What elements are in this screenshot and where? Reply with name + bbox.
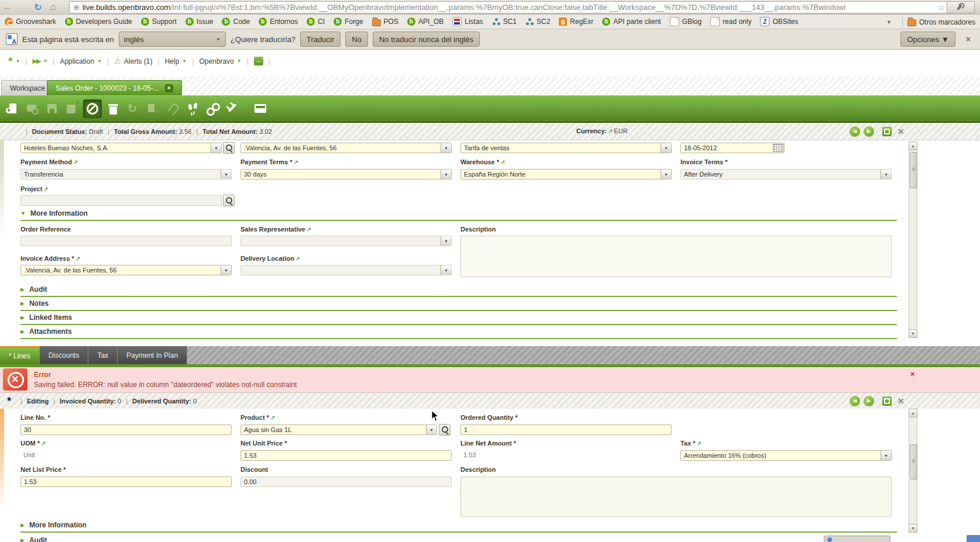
- never-translate-button[interactable]: No traducir nunca del inglés: [373, 32, 480, 47]
- scroll-up-button[interactable]: ▲: [909, 141, 917, 150]
- dropdown-button[interactable]: ▼: [221, 170, 231, 179]
- child-tab[interactable]: * Lines: [0, 346, 40, 364]
- options-button[interactable]: Opciones ▼: [900, 32, 955, 47]
- order-reference-field[interactable]: [20, 236, 232, 246]
- bookmark-item[interactable]: Support: [141, 18, 177, 26]
- application-menu[interactable]: Application▼: [60, 57, 102, 65]
- product-field[interactable]: Agua sin Gas 1L ▼: [240, 424, 437, 435]
- dropdown-button[interactable]: ▼: [441, 170, 451, 179]
- bookmark-item[interactable]: SC1: [492, 18, 517, 26]
- scrollbar-thumb[interactable]: [910, 444, 917, 479]
- bookmark-item[interactable]: Grooveshark: [5, 18, 56, 26]
- section-audit[interactable]: ▶ Audit: [20, 285, 897, 297]
- user-menu[interactable]: Openbravo▼: [199, 57, 241, 65]
- bookmark-item[interactable]: POS: [372, 18, 398, 26]
- business-partner-field[interactable]: Hoteles Buenas Noches, S.A. ▼: [20, 143, 222, 153]
- section-notes[interactable]: ▶ Notes: [20, 299, 897, 311]
- bookmark-item[interactable]: RegExr: [559, 18, 593, 26]
- attachment-icon[interactable]: [164, 100, 181, 118]
- help-menu[interactable]: Help▼: [165, 57, 187, 65]
- child-tab[interactable]: Payment In Plan: [118, 346, 187, 364]
- refresh-icon[interactable]: [124, 100, 142, 118]
- save-icon[interactable]: [43, 100, 61, 118]
- link-arrow-icon[interactable]: ↗: [43, 186, 48, 192]
- process-icon[interactable]: [223, 100, 241, 118]
- browser-forward-icon[interactable]: →: [15, 2, 30, 12]
- audit-trail-icon[interactable]: [184, 100, 201, 118]
- line-description-textarea[interactable]: [460, 477, 892, 517]
- next-record-button[interactable]: ▶: [864, 396, 874, 406]
- scroll-up-button[interactable]: ▲: [909, 409, 917, 417]
- description-textarea[interactable]: [460, 236, 892, 277]
- tax-field[interactable]: Arrendamiento 16% (cobros) ▼: [680, 450, 892, 461]
- section-line-audit[interactable]: ▶ Audit: [20, 536, 897, 542]
- line-no-field[interactable]: 30: [20, 424, 232, 435]
- partner-address-field[interactable]: .Valencia, Av. de las Fuentes, 56 ▼: [240, 143, 452, 153]
- my-openbravo-menu[interactable]: *▼: [8, 58, 20, 64]
- grid-view-icon[interactable]: [252, 100, 269, 118]
- url-bar[interactable]: ⊕ live.builds.openbravo.com/int-full-pgs…: [69, 1, 948, 13]
- tab-close-icon[interactable]: ×: [165, 84, 173, 92]
- quick-launch-menu[interactable]: ▶▶▼: [32, 57, 47, 65]
- product-search-icon[interactable]: [439, 424, 451, 436]
- link-arrow-icon[interactable]: ↗: [696, 440, 701, 447]
- browser-reload-icon[interactable]: ↻: [30, 2, 46, 13]
- child-tab[interactable]: Discounts: [40, 346, 89, 364]
- dropdown-button[interactable]: ▼: [441, 143, 451, 153]
- language-select[interactable]: inglés ▼: [119, 32, 226, 47]
- next-record-button[interactable]: ▶: [864, 126, 874, 137]
- price-list-field[interactable]: Tarifa de ventas ▼: [460, 143, 672, 153]
- bookmark-item[interactable]: Listas: [452, 17, 483, 26]
- bookmark-item[interactable]: Entornos: [259, 18, 298, 26]
- payment-terms-field[interactable]: 30 days ▼: [240, 169, 452, 179]
- infobar-close-icon[interactable]: ×: [962, 34, 974, 44]
- invoice-address-field[interactable]: .Valencia, Av. de las Fuentes, 56 ▼: [20, 265, 232, 275]
- link-arrow-icon[interactable]: ↗: [307, 226, 311, 233]
- dropdown-button[interactable]: ▼: [661, 143, 671, 153]
- project-search-icon[interactable]: [223, 195, 235, 206]
- logout-button[interactable]: [254, 57, 263, 65]
- link-arrow-icon[interactable]: ↗: [75, 256, 80, 262]
- previous-record-button[interactable]: ◀: [850, 126, 860, 137]
- cancel-icon[interactable]: [83, 99, 102, 118]
- notification-popup[interactable]: [824, 536, 890, 542]
- section-line-more-information[interactable]: ▶ More Information: [20, 521, 897, 533]
- order-date-field[interactable]: 18-05-2012: [680, 143, 785, 153]
- dropdown-button[interactable]: ▼: [881, 451, 891, 460]
- bookmark-star-icon[interactable]: ☆: [937, 3, 945, 12]
- bookmark-item[interactable]: read only: [710, 17, 751, 26]
- export-icon[interactable]: [144, 100, 161, 118]
- link-icon[interactable]: [204, 100, 221, 118]
- previous-record-button[interactable]: ◀: [850, 396, 860, 406]
- link-arrow-icon[interactable]: ↗: [270, 415, 275, 421]
- dropdown-button[interactable]: ▼: [441, 236, 451, 246]
- bookmark-item[interactable]: Issue: [185, 18, 214, 26]
- no-translate-button[interactable]: No: [345, 32, 368, 47]
- child-tab[interactable]: Tax: [88, 346, 118, 364]
- calendar-icon[interactable]: [773, 144, 783, 152]
- warehouse-field[interactable]: España Región Norte ▼: [460, 169, 672, 179]
- scrollbar-thumb[interactable]: [910, 152, 917, 188]
- new-form-icon[interactable]: [23, 100, 41, 118]
- delete-icon[interactable]: [104, 100, 122, 118]
- bookmark-item[interactable]: OBSites: [760, 17, 798, 26]
- bookmark-item[interactable]: Developers Guide: [65, 18, 132, 26]
- bookmark-item[interactable]: API parte client: [602, 18, 661, 26]
- net-list-price-field[interactable]: 1.53: [20, 477, 232, 487]
- bookmark-item[interactable]: CI: [307, 18, 325, 26]
- section-attachments[interactable]: ▶ Attachments: [20, 327, 897, 339]
- bookmark-item[interactable]: Code: [222, 18, 250, 26]
- alerts-menu[interactable]: ⚠Alerts (1): [114, 57, 152, 65]
- tab-workspace[interactable]: Workspace: [1, 80, 54, 95]
- dropdown-button[interactable]: ▼: [881, 170, 891, 179]
- payment-method-field[interactable]: Transferencia ▼: [20, 169, 232, 179]
- section-linked-items[interactable]: ▶ Linked Items: [20, 313, 897, 325]
- invoice-terms-field[interactable]: After Delivery ▼: [680, 169, 892, 179]
- link-arrow-icon[interactable]: ↗: [73, 159, 78, 165]
- discount-field[interactable]: 0.00: [240, 477, 452, 487]
- dropdown-button[interactable]: ▼: [221, 265, 231, 275]
- sales-representative-field[interactable]: ▼: [240, 236, 452, 246]
- business-partner-search-icon[interactable]: [223, 142, 235, 154]
- new-row-icon[interactable]: [4, 100, 21, 118]
- bookmark-item[interactable]: SC2: [525, 18, 550, 26]
